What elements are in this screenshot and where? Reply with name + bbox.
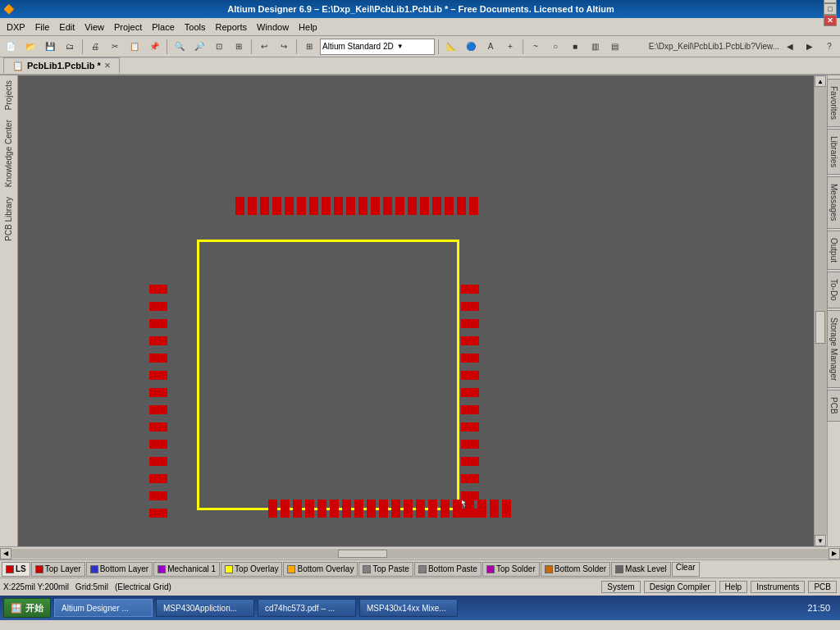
layer-tab-bottom-paste[interactable]: Bottom Paste — [414, 562, 482, 577]
menu-item-edit[interactable]: Edit — [54, 21, 80, 34]
copper-button[interactable]: ▥ — [586, 38, 604, 56]
layer-color-bottom-layer — [90, 565, 98, 573]
layer-tab-ls[interactable]: LS — [2, 562, 30, 577]
scroll-thumb-horizontal[interactable] — [338, 550, 387, 558]
coord-button[interactable]: + — [501, 38, 519, 56]
canvas-area[interactable] — [18, 75, 814, 546]
layer-tab-mechanical1[interactable]: Mechanical 1 — [153, 562, 220, 577]
drc-button[interactable]: 🔵 — [462, 38, 480, 56]
layer-label-mask-level: Mask Level — [625, 564, 667, 573]
via-button[interactable]: ○ — [546, 38, 564, 56]
help-button[interactable]: ? — [820, 38, 838, 56]
pcb-pad — [235, 197, 244, 215]
zoom-in-button[interactable]: 🔍 — [171, 38, 189, 56]
close-button[interactable]: ✕ — [824, 15, 837, 26]
right-panel-item-libraries[interactable]: Libraries — [827, 129, 840, 175]
maximize-button[interactable]: □ — [824, 3, 837, 15]
save-all-button[interactable]: 🗂 — [61, 38, 79, 56]
zoom-out-button[interactable]: 🔎 — [190, 38, 208, 56]
right-scrollbar: ▲ ▼ — [814, 75, 827, 546]
start-button[interactable]: 🪟 开始 — [3, 598, 51, 618]
pcb-pad — [149, 509, 167, 518]
save-button[interactable]: 💾 — [41, 38, 59, 56]
pcb-pad — [469, 197, 478, 215]
scroll-track-vertical[interactable] — [815, 87, 827, 535]
status-btn-pcb[interactable]: PCB — [808, 581, 837, 593]
layer-tab-top-overlay[interactable]: Top Overlay — [221, 562, 282, 577]
taskbar-item[interactable]: MSP430x14xx Mixe... — [359, 599, 458, 617]
text-button[interactable]: A — [482, 38, 500, 56]
scroll-right-button[interactable]: ▶ — [829, 548, 840, 559]
layer-tab-top-layer[interactable]: Top Layer — [31, 562, 85, 577]
left-panel-item-pcb-library[interactable]: PCB Library — [2, 192, 15, 246]
layer-tab-bottom-overlay[interactable]: Bottom Overlay — [283, 562, 358, 577]
pcb-pad — [149, 457, 167, 466]
undo-button[interactable]: ↩ — [255, 38, 273, 56]
right-panel-item-output[interactable]: Output — [827, 231, 840, 270]
pcb-pad — [383, 197, 392, 215]
layer-tab-bottom-solder[interactable]: Bottom Solder — [541, 562, 610, 577]
layer-clear-button[interactable]: Clear — [672, 562, 700, 577]
layer-label-top-overlay: Top Overlay — [235, 564, 278, 573]
right-panel-item-pcb[interactable]: PCB — [827, 390, 840, 422]
navigate-button[interactable]: ◀ — [781, 38, 799, 56]
left-panel-item-projects[interactable]: Projects — [2, 75, 15, 115]
right-panel-item-messages[interactable]: Messages — [827, 176, 840, 229]
layer-tab-bottom-layer[interactable]: Bottom Layer — [86, 562, 153, 577]
right-panel-item-storage-manager[interactable]: Storage Manager — [827, 310, 840, 388]
pcb-pad — [395, 197, 404, 215]
taskbar-item[interactable]: Altium Designer ... — [54, 599, 153, 617]
title-controls: – □ ✕ — [824, 0, 837, 26]
scroll-track-horizontal[interactable] — [11, 549, 829, 559]
app-icon: 🔶 — [3, 4, 15, 15]
redo-button[interactable]: ↪ — [275, 38, 293, 56]
main-tab[interactable]: 📋 PcbLib1.PcbLib * ✕ — [3, 57, 120, 74]
scroll-left-button[interactable]: ◀ — [0, 548, 11, 559]
navigate-forward-button[interactable]: ▶ — [801, 38, 819, 56]
menu-item-view[interactable]: View — [80, 21, 109, 34]
status-btn-instruments[interactable]: Instruments — [751, 581, 805, 593]
left-panel-item-knowledge-center[interactable]: Knowledge Center — [2, 115, 15, 192]
layer-tab-top-paste[interactable]: Top Paste — [358, 562, 413, 577]
right-panel-item-to-do[interactable]: To-Do — [827, 272, 840, 308]
taskbar-item[interactable]: cd74hc573.pdf – ... — [258, 599, 356, 617]
new-button[interactable]: 📄 — [2, 38, 20, 56]
fill-button[interactable]: ▤ — [605, 38, 623, 56]
pcb-pad — [461, 405, 479, 414]
status-btn-help[interactable]: Help — [719, 581, 748, 593]
route-button[interactable]: ~ — [527, 38, 545, 56]
scroll-down-button[interactable]: ▼ — [815, 535, 826, 546]
layer-tab-mask-level[interactable]: Mask Level — [611, 562, 671, 577]
menu-item-file[interactable]: File — [30, 21, 55, 34]
scroll-up-button[interactable]: ▲ — [815, 75, 826, 87]
tab-bar: 📋 PcbLib1.PcbLib * ✕ — [0, 57, 840, 75]
menu-item-help[interactable]: Help — [294, 21, 322, 34]
menu-item-window[interactable]: Window — [252, 21, 294, 34]
grid-toggle[interactable]: ⊞ — [300, 38, 318, 56]
open-button[interactable]: 📂 — [21, 38, 39, 56]
menu-item-project[interactable]: Project — [109, 21, 147, 34]
tab-close-icon[interactable]: ✕ — [104, 62, 111, 70]
status-btn-design-compiler[interactable]: Design Compiler — [644, 581, 716, 593]
taskbar-clock: 21:50 — [801, 603, 837, 613]
pad-button[interactable]: ■ — [566, 38, 584, 56]
menu-item-reports[interactable]: Reports — [210, 21, 252, 34]
menu-item-tools[interactable]: Tools — [180, 21, 211, 34]
measure-button[interactable]: 📐 — [442, 38, 460, 56]
copy-button[interactable]: 📋 — [126, 38, 144, 56]
menu-item-dxp[interactable]: DXP — [2, 21, 30, 34]
right-panel-item-favorites[interactable]: Favorites — [827, 79, 840, 127]
taskbar-item[interactable]: MSP430Appliction... — [156, 599, 254, 617]
scroll-thumb-vertical[interactable] — [815, 311, 825, 344]
layer-tab-top-solder[interactable]: Top Solder — [482, 562, 540, 577]
print-button[interactable]: 🖨 — [86, 38, 104, 56]
paste-button[interactable]: 📌 — [145, 38, 163, 56]
menu-item-place[interactable]: Place — [147, 21, 180, 34]
view-dropdown[interactable]: Altium Standard 2D ▼ — [320, 39, 435, 55]
status-btn-system[interactable]: System — [601, 581, 640, 593]
zoom-fit-button[interactable]: ⊡ — [210, 38, 228, 56]
title-text: Altium Designer 6.9 – E:\Dxp_Keil\PcbLib… — [227, 4, 614, 14]
zoom-area-button[interactable]: ⊞ — [230, 38, 248, 56]
cut-button[interactable]: ✂ — [106, 38, 124, 56]
pcb-pad — [149, 302, 167, 311]
